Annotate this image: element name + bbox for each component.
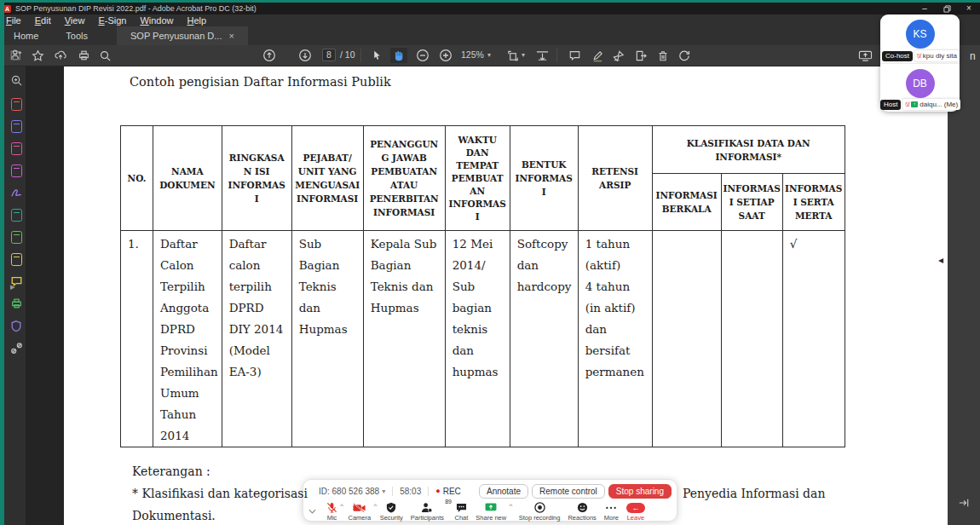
col-header-serta-merta: INFORMAS I SERTA MERTA	[782, 174, 845, 231]
minimize-button[interactable]: –	[914, 3, 936, 14]
mic-muted-icon: ⍉̸	[905, 101, 909, 109]
cell-no: 1.	[121, 231, 153, 447]
delete-pages-icon[interactable]	[654, 48, 672, 63]
more-tools-icon[interactable]	[9, 340, 24, 355]
col-header-berkala: INFORMASI BERKALA	[652, 174, 721, 231]
camera-button[interactable]: Camera ^	[349, 502, 372, 522]
leave-button[interactable]: ← Leave	[626, 502, 645, 522]
camera-options-caret[interactable]: ^	[373, 502, 377, 510]
protect-icon[interactable]	[9, 318, 24, 333]
menu-file[interactable]: File	[6, 15, 21, 26]
cell-serta-merta: √	[782, 231, 845, 447]
remote-control-button[interactable]: Remote control	[532, 484, 605, 499]
collapse-rail-icon[interactable]	[958, 496, 970, 511]
note-dokumentasi: Dokumentasi.	[132, 509, 216, 522]
print-production-icon[interactable]	[9, 296, 24, 311]
select-tool-icon[interactable]	[368, 48, 385, 63]
prepare-form-icon[interactable]	[9, 251, 24, 267]
print-icon[interactable]	[75, 48, 92, 63]
cell-setiap-saat	[721, 231, 782, 447]
menu-bar: File Edit View E-Sign Window Help	[0, 14, 980, 26]
note-penyedia: Penyedia Informasi dan	[683, 487, 825, 500]
share-options-caret[interactable]: ^	[509, 502, 512, 510]
cell-berkala	[652, 231, 721, 447]
fill-sign-icon[interactable]	[610, 48, 627, 63]
mic-options-caret[interactable]: ^	[340, 502, 343, 510]
screen-share-border-top	[0, 0, 980, 3]
tab-tools[interactable]: Tools	[52, 26, 101, 45]
send-for-signature-icon[interactable]	[632, 48, 649, 63]
search-tools-icon[interactable]	[9, 72, 24, 88]
restore-button[interactable]	[936, 3, 958, 14]
menu-help[interactable]: Help	[187, 15, 207, 26]
share-new-button[interactable]: Share new ^	[476, 502, 506, 522]
menu-esign[interactable]: E-Sign	[98, 15, 126, 26]
highlight-pencil-icon[interactable]	[589, 48, 606, 63]
sign-in-label-tail[interactable]: n	[970, 50, 976, 62]
col-header-bentuk: BENTUK INFORMAS I	[510, 126, 578, 231]
next-page-icon[interactable]	[297, 48, 314, 63]
chat-button[interactable]: Chat	[454, 502, 468, 522]
col-header-waktu: WAKTU DAN TEMPAT PEMBUAT AN INFORMAS I	[445, 126, 510, 231]
more-button[interactable]: More	[604, 502, 619, 522]
tab-bar: Home Tools SOP Penyusunan D... ×	[0, 26, 980, 45]
participants-button[interactable]: Participants 89	[411, 502, 444, 522]
hand-tool-icon[interactable]	[390, 48, 407, 63]
stop-recording-button[interactable]: Stop recording	[519, 502, 561, 522]
zoom-out-icon[interactable]	[414, 48, 431, 63]
fit-width-icon[interactable]	[533, 48, 551, 63]
leave-icon: ←	[626, 503, 645, 513]
cell-nama: Daftar Calon Terpilih Anggota DPRD Provi…	[153, 231, 222, 447]
right-tools-rail	[948, 45, 980, 525]
share-upload-icon[interactable]	[52, 48, 69, 63]
export-pdf-icon[interactable]	[9, 118, 24, 134]
tab-document[interactable]: SOP Penyusunan D... ×	[117, 26, 248, 45]
meeting-id-caret-icon: ▾	[382, 488, 385, 495]
search-icon[interactable]	[96, 48, 113, 63]
cell-retensi: 1 tahun (aktif) 4 tahun (in aktif) dan b…	[578, 231, 652, 447]
security-button[interactable]: Security	[380, 502, 403, 522]
role-badge: Co-host	[882, 51, 913, 61]
scan-ocr-icon[interactable]	[9, 229, 24, 245]
organize-pages-icon[interactable]	[9, 141, 24, 156]
mic-button[interactable]: Mic ^	[326, 502, 337, 522]
menu-edit[interactable]: Edit	[35, 15, 51, 26]
acrobat-logo-icon: A	[3, 5, 11, 13]
menu-view[interactable]: View	[65, 15, 85, 26]
page-number-input[interactable]: 8	[322, 49, 336, 61]
redact-icon[interactable]	[9, 207, 24, 222]
zoom-level-value[interactable]: 125%	[461, 49, 484, 60]
right-pane-expand-arrow[interactable]: ◂	[938, 254, 943, 266]
previous-page-icon[interactable]	[261, 48, 278, 63]
fit-page-caret-icon[interactable]: ▾	[522, 51, 525, 59]
stop-sharing-button[interactable]: Stop sharing	[608, 484, 672, 499]
favorites-star-icon[interactable]	[29, 48, 46, 63]
note-keterangan: Keterangan :	[132, 464, 210, 478]
col-header-penanggung: PENANGGUN G JAWAB PEMBUATAN ATAU PENERBI…	[363, 126, 445, 231]
request-signatures-icon[interactable]	[9, 47, 24, 62]
toolbar-collapse-chevron-icon[interactable]	[306, 507, 318, 516]
fit-page-icon[interactable]	[504, 48, 522, 63]
mic-muted-icon: ⍉̸	[917, 52, 921, 61]
meeting-id[interactable]: ID: 680 526 388 ▾	[319, 487, 385, 496]
reactions-button[interactable]: Reactions	[568, 502, 596, 522]
close-button[interactable]: ×	[958, 3, 980, 14]
zoom-level-caret-icon[interactable]: ▾	[487, 51, 491, 59]
tab-document-label: SOP Penyusunan D...	[130, 31, 222, 41]
edit-pdf-icon[interactable]	[9, 163, 24, 178]
tab-close-icon[interactable]: ×	[228, 31, 233, 41]
menu-window[interactable]: Window	[140, 15, 173, 26]
tab-home[interactable]: Home	[0, 26, 52, 45]
zoom-in-icon[interactable]	[437, 48, 454, 63]
cell-waktu: 12 Mei 2014/ Sub bagian teknis dan hupma…	[445, 231, 510, 447]
participants-count-badge: 89	[445, 499, 452, 505]
share-screen-icon[interactable]	[856, 48, 873, 63]
cell-pejabat: Sub Bagian Teknis dan Hupmas	[291, 231, 363, 447]
create-pdf-icon[interactable]	[9, 96, 24, 112]
left-pane-expand-arrow[interactable]: ▸	[10, 281, 15, 292]
rotate-pages-icon[interactable]	[676, 48, 693, 63]
comment-icon[interactable]	[566, 48, 583, 63]
sharing-screen-icon: ↑	[911, 101, 918, 107]
annotate-button[interactable]: Annotate	[479, 484, 528, 499]
fill-and-sign-tool-icon[interactable]	[9, 185, 24, 200]
